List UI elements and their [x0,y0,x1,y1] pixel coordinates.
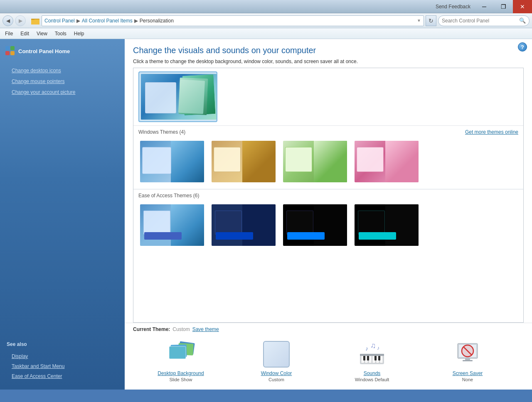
breadcrumb-arrow-1: ▶ [76,18,80,24]
desktop-bg-subtitle: Slide Show [169,377,192,382]
breadcrumb-bar: Control Panel ▶ All Control Panel Items … [42,15,424,26]
folder-icon [31,16,40,25]
theme-characters[interactable] [281,139,349,184]
sidebar-links: Change desktop icons Change mouse pointe… [0,62,125,101]
sidebar-home[interactable]: Control Panel Home [0,42,125,62]
current-theme-row: Current Theme: Custom Save theme [133,326,524,332]
search-box: 🔍 [438,15,530,26]
get-more-themes-link[interactable]: Get more themes online [465,129,518,135]
sounds-item[interactable]: ♪ ♫ ♪ Sounds Windows Default [324,337,420,385]
chars-small-window [285,147,312,172]
ease-preview-4 [355,204,419,246]
menu-help[interactable]: Help [71,30,88,37]
screen-saver-item[interactable]: Screen Saver None [420,337,515,385]
themes-container: Windows Themes (4) Get more themes onlin… [125,68,532,323]
current-theme-label: Current Theme: [133,326,170,332]
flowers-small-window [357,147,384,172]
see-also-title: See also [0,333,125,350]
menu-file[interactable]: File [2,30,16,37]
sidebar-link-account-picture[interactable]: Change your account picture [0,87,125,98]
svg-rect-21 [367,356,369,360]
ease-themes-grid [133,200,523,252]
screen-saver-icon [453,340,482,369]
my-theme-custom[interactable] [138,71,217,122]
sidebar-home-label: Control Panel Home [18,48,70,54]
sidebar-link-taskbar[interactable]: Taskbar and Start Menu [0,361,125,371]
window-color-box [263,341,290,368]
theme-preview-architecture [212,141,276,182]
ease-theme-1[interactable] [138,203,206,248]
desktop-background-item[interactable]: Desktop Background Slide Show [133,337,229,385]
themes-scroll[interactable]: Windows Themes (4) Get more themes onlin… [133,68,524,323]
search-input[interactable] [442,18,517,24]
theme-flowers[interactable] [353,139,420,184]
restore-button[interactable]: ❐ [494,0,513,13]
control-panel-icon [5,46,15,57]
sidebar-link-display[interactable]: Display [0,351,125,361]
ease-preview-1 [140,204,204,246]
screen-saver-subtitle: None [462,377,473,382]
theme-preview-characters [283,141,347,182]
menu-view[interactable]: View [33,30,51,37]
search-icon[interactable]: 🔍 [519,17,526,24]
svg-rect-5 [5,51,10,55]
ease-preview-3 [283,204,347,246]
svg-rect-19 [380,356,383,363]
refresh-button[interactable]: ↻ [426,15,436,26]
svg-rect-3 [5,46,10,50]
svg-text:♪: ♪ [377,345,379,351]
minimize-button[interactable]: ─ [475,0,494,13]
save-theme-link[interactable]: Save theme [192,326,219,332]
ease-bar-3 [287,232,325,240]
window-color-item[interactable]: Window Color Custom [229,337,324,385]
win7-small-window [142,147,171,174]
close-button[interactable]: ✕ [513,0,532,13]
menu-bar: File Edit View Tools Help [0,28,532,39]
sidebar: Control Panel Home Change desktop icons … [0,39,125,390]
sidebar-link-ease-of-access[interactable]: Ease of Access Center [0,371,125,381]
ease-bar-1 [144,232,182,240]
svg-rect-33 [463,360,473,361]
windows-themes-title: Windows Themes (4) [138,129,185,135]
ease-theme-2[interactable] [210,203,277,248]
send-feedback-label: Send Feedback [436,0,475,13]
ease-theme-4[interactable] [353,203,420,248]
current-theme-value: Custom [172,326,190,332]
content-subtitle: Click a theme to change the desktop back… [133,59,524,64]
menu-edit[interactable]: Edit [17,30,32,37]
breadcrumb-all-items[interactable]: All Control Panel Items [82,18,133,24]
breadcrumb-arrow-2: ▶ [134,18,138,24]
back-button[interactable]: ◀ [2,15,13,26]
theme-windows7[interactable] [138,139,206,184]
svg-rect-23 [378,356,380,360]
sidebar-link-mouse-pointers[interactable]: Change mouse pointers [0,76,125,87]
ease-themes-header: Ease of Access Themes (6) [133,189,523,200]
svg-rect-1 [31,20,39,25]
window-color-icon [262,340,291,369]
sounds-subtitle: Windows Default [355,377,389,382]
breadcrumb-control-panel[interactable]: Control Panel [44,18,75,24]
bottom-section: Current Theme: Custom Save theme [125,323,532,390]
ease-bar-2 [216,232,253,240]
content-title: Change the visuals and sounds on your co… [133,46,524,55]
windows-themes-grid [133,137,523,189]
my-theme-preview [141,74,217,120]
help-button[interactable]: ? [518,42,527,51]
ease-theme-3[interactable] [281,203,349,248]
sidebar-link-desktop-icons[interactable]: Change desktop icons [0,65,125,76]
svg-rect-4 [10,46,15,50]
svg-rect-22 [374,356,377,360]
my-themes-section [133,68,523,125]
theme-preview-win7 [140,141,204,182]
theme-window-preview [145,82,176,113]
window-color-title: Window Color [261,370,292,376]
forward-button[interactable]: ▶ [15,15,26,26]
main-container: Control Panel Home Change desktop icons … [0,39,532,390]
menu-tools[interactable]: Tools [52,30,70,37]
desktop-background-icon [166,340,195,369]
svg-rect-10 [169,346,186,359]
theme-architecture[interactable] [210,139,277,184]
dropdown-arrow[interactable]: ▼ [417,18,421,23]
ease-bar-4 [359,232,396,240]
ease-preview-2 [212,204,276,246]
